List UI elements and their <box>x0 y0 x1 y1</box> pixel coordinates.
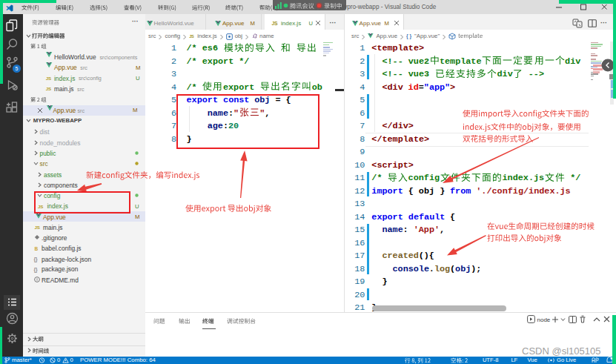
svg-text:5: 5 <box>16 66 19 71</box>
